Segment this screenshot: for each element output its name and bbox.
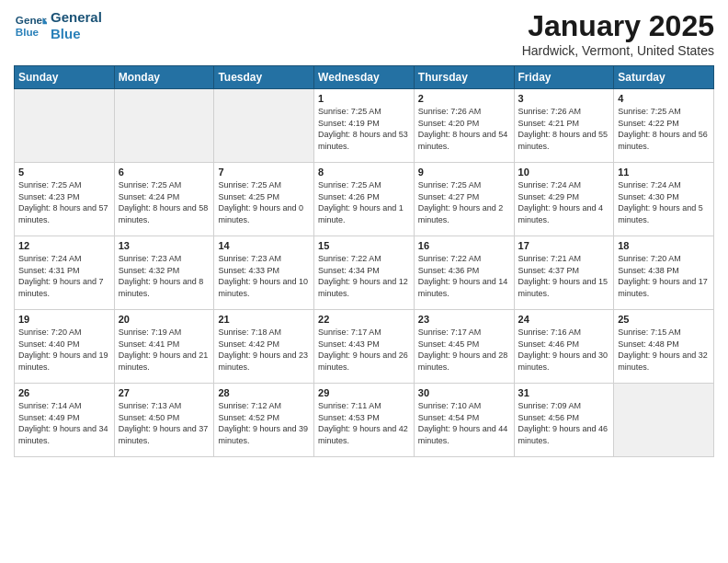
day-number: 8 [318,167,410,178]
day-number: 12 [18,240,110,251]
calendar-day-13: 13Sunrise: 7:23 AMSunset: 4:32 PMDayligh… [114,236,214,310]
calendar-week-row: 26Sunrise: 7:14 AMSunset: 4:49 PMDayligh… [15,384,714,457]
day-number: 4 [618,93,710,104]
calendar-day-24: 24Sunrise: 7:16 AMSunset: 4:46 PMDayligh… [514,310,614,384]
day-detail: Sunrise: 7:11 AMSunset: 4:53 PMDaylight:… [318,400,410,446]
day-detail: Sunrise: 7:26 AMSunset: 4:20 PMDaylight:… [418,106,510,152]
day-number: 22 [318,314,410,325]
calendar-day-10: 10Sunrise: 7:24 AMSunset: 4:29 PMDayligh… [514,163,614,236]
col-header-wednesday: Wednesday [314,66,415,89]
col-header-thursday: Thursday [414,66,514,89]
calendar-day-31: 31Sunrise: 7:09 AMSunset: 4:56 PMDayligh… [514,384,614,457]
day-detail: Sunrise: 7:25 AMSunset: 4:26 PMDaylight:… [318,179,410,225]
day-detail: Sunrise: 7:22 AMSunset: 4:36 PMDaylight:… [418,253,510,299]
day-number: 2 [418,93,510,104]
month-title: January 2025 [522,9,714,43]
calendar-day-30: 30Sunrise: 7:10 AMSunset: 4:54 PMDayligh… [414,384,514,457]
day-detail: Sunrise: 7:12 AMSunset: 4:52 PMDaylight:… [218,400,310,446]
day-number: 5 [18,167,110,178]
calendar-day-16: 16Sunrise: 7:22 AMSunset: 4:36 PMDayligh… [414,236,514,310]
calendar-day-18: 18Sunrise: 7:20 AMSunset: 4:38 PMDayligh… [614,236,714,310]
day-detail: Sunrise: 7:20 AMSunset: 4:40 PMDaylight:… [18,327,110,373]
title-block: January 2025 Hardwick, Vermont, United S… [522,9,714,58]
calendar-header-row: SundayMondayTuesdayWednesdayThursdayFrid… [15,66,714,89]
day-detail: Sunrise: 7:21 AMSunset: 4:37 PMDaylight:… [518,253,610,299]
calendar-day-21: 21Sunrise: 7:18 AMSunset: 4:42 PMDayligh… [214,310,314,384]
day-number: 17 [518,240,610,251]
day-number: 27 [119,387,210,398]
day-detail: Sunrise: 7:16 AMSunset: 4:46 PMDaylight:… [518,327,610,373]
day-number: 3 [518,93,610,104]
day-number: 19 [18,314,110,325]
day-detail: Sunrise: 7:18 AMSunset: 4:42 PMDaylight:… [218,327,310,373]
day-detail: Sunrise: 7:20 AMSunset: 4:38 PMDaylight:… [618,253,710,299]
calendar-week-row: 19Sunrise: 7:20 AMSunset: 4:40 PMDayligh… [15,310,714,384]
calendar-day-20: 20Sunrise: 7:19 AMSunset: 4:41 PMDayligh… [114,310,214,384]
day-number: 30 [418,387,510,398]
calendar-day-5: 5Sunrise: 7:25 AMSunset: 4:23 PMDaylight… [15,163,115,236]
day-detail: Sunrise: 7:25 AMSunset: 4:22 PMDaylight:… [618,106,710,152]
calendar-day-22: 22Sunrise: 7:17 AMSunset: 4:43 PMDayligh… [314,310,415,384]
day-number: 6 [119,167,210,178]
day-number: 26 [18,387,110,398]
day-number: 10 [518,167,610,178]
day-detail: Sunrise: 7:25 AMSunset: 4:23 PMDaylight:… [18,179,110,225]
page-header: General Blue General Blue January 2025 H… [14,9,714,58]
logo: General Blue General Blue [14,9,102,42]
calendar-week-row: 5Sunrise: 7:25 AMSunset: 4:23 PMDaylight… [15,163,714,236]
day-number: 20 [119,314,210,325]
day-number: 11 [618,167,710,178]
day-number: 25 [618,314,710,325]
location: Hardwick, Vermont, United States [522,43,714,58]
calendar-day-29: 29Sunrise: 7:11 AMSunset: 4:53 PMDayligh… [314,384,415,457]
day-number: 15 [318,240,410,251]
calendar-day-6: 6Sunrise: 7:25 AMSunset: 4:24 PMDaylight… [114,163,214,236]
day-detail: Sunrise: 7:26 AMSunset: 4:21 PMDaylight:… [518,106,610,152]
day-number: 24 [518,314,610,325]
day-detail: Sunrise: 7:24 AMSunset: 4:29 PMDaylight:… [518,179,610,225]
calendar-day-28: 28Sunrise: 7:12 AMSunset: 4:52 PMDayligh… [214,384,314,457]
calendar-day-23: 23Sunrise: 7:17 AMSunset: 4:45 PMDayligh… [414,310,514,384]
col-header-tuesday: Tuesday [214,66,314,89]
day-number: 18 [618,240,710,251]
day-number: 21 [218,314,310,325]
calendar-day-empty [214,89,314,163]
day-detail: Sunrise: 7:19 AMSunset: 4:41 PMDaylight:… [119,327,210,373]
calendar-day-27: 27Sunrise: 7:13 AMSunset: 4:50 PMDayligh… [114,384,214,457]
calendar-day-25: 25Sunrise: 7:15 AMSunset: 4:48 PMDayligh… [614,310,714,384]
day-number: 31 [518,387,610,398]
col-header-monday: Monday [114,66,214,89]
calendar-day-26: 26Sunrise: 7:14 AMSunset: 4:49 PMDayligh… [15,384,115,457]
calendar-week-row: 12Sunrise: 7:24 AMSunset: 4:31 PMDayligh… [15,236,714,310]
calendar-day-8: 8Sunrise: 7:25 AMSunset: 4:26 PMDaylight… [314,163,415,236]
day-detail: Sunrise: 7:23 AMSunset: 4:32 PMDaylight:… [119,253,210,299]
calendar-day-3: 3Sunrise: 7:26 AMSunset: 4:21 PMDaylight… [514,89,614,163]
day-number: 16 [418,240,510,251]
day-detail: Sunrise: 7:14 AMSunset: 4:49 PMDaylight:… [18,400,110,446]
col-header-saturday: Saturday [614,66,714,89]
calendar-day-15: 15Sunrise: 7:22 AMSunset: 4:34 PMDayligh… [314,236,415,310]
calendar-day-19: 19Sunrise: 7:20 AMSunset: 4:40 PMDayligh… [15,310,115,384]
calendar-day-empty [614,384,714,457]
day-number: 9 [418,167,510,178]
day-detail: Sunrise: 7:25 AMSunset: 4:27 PMDaylight:… [418,179,510,225]
logo-line2: Blue [51,26,102,42]
col-header-friday: Friday [514,66,614,89]
day-detail: Sunrise: 7:15 AMSunset: 4:48 PMDaylight:… [618,327,710,373]
day-detail: Sunrise: 7:25 AMSunset: 4:24 PMDaylight:… [119,179,210,225]
day-detail: Sunrise: 7:13 AMSunset: 4:50 PMDaylight:… [119,400,210,446]
calendar-week-row: 1Sunrise: 7:25 AMSunset: 4:19 PMDaylight… [15,89,714,163]
day-detail: Sunrise: 7:24 AMSunset: 4:31 PMDaylight:… [18,253,110,299]
day-detail: Sunrise: 7:25 AMSunset: 4:19 PMDaylight:… [318,106,410,152]
calendar-day-empty [114,89,214,163]
day-detail: Sunrise: 7:10 AMSunset: 4:54 PMDaylight:… [418,400,510,446]
day-number: 7 [218,167,310,178]
day-detail: Sunrise: 7:22 AMSunset: 4:34 PMDaylight:… [318,253,410,299]
day-detail: Sunrise: 7:25 AMSunset: 4:25 PMDaylight:… [218,179,310,225]
calendar-day-14: 14Sunrise: 7:23 AMSunset: 4:33 PMDayligh… [214,236,314,310]
logo-icon: General Blue [14,9,47,42]
day-number: 28 [218,387,310,398]
calendar-day-4: 4Sunrise: 7:25 AMSunset: 4:22 PMDaylight… [614,89,714,163]
calendar-day-12: 12Sunrise: 7:24 AMSunset: 4:31 PMDayligh… [15,236,115,310]
day-number: 14 [218,240,310,251]
